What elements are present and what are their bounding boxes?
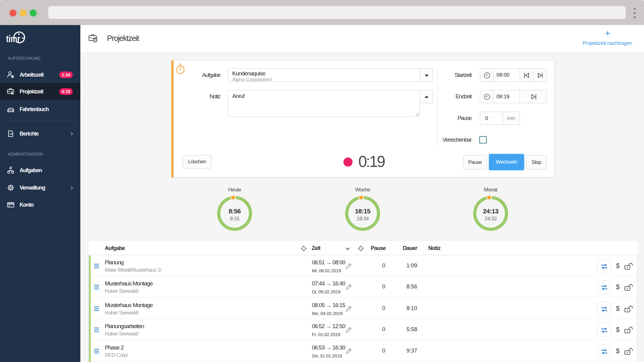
- svg-text:timr: timr: [6, 34, 20, 44]
